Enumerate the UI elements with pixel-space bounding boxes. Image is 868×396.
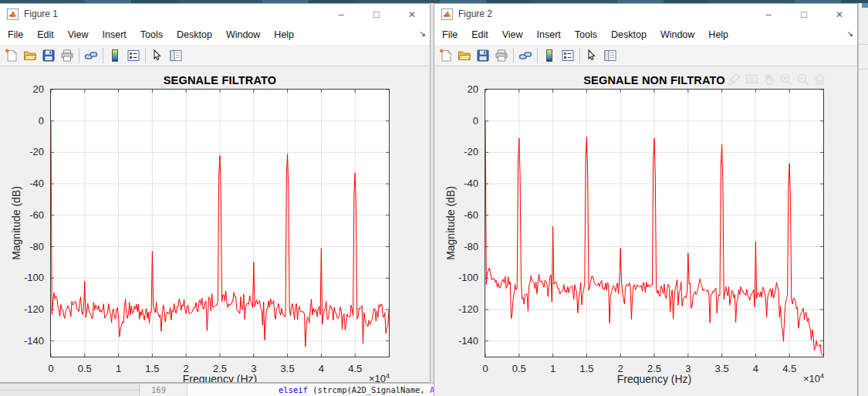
restore-view-icon[interactable]: [812, 72, 827, 86]
x-axis-scale: ×104: [485, 372, 824, 384]
new-figure-icon[interactable]: [437, 46, 455, 65]
print-figure-icon[interactable]: [58, 46, 76, 65]
divider: [859, 44, 868, 45]
menu-item-help[interactable]: Help: [267, 29, 301, 40]
menu-item-desktop[interactable]: Desktop: [170, 29, 219, 40]
menu-item-help[interactable]: Help: [701, 29, 735, 40]
y-tick-label: -120: [458, 303, 478, 315]
y-tick-label: 0: [473, 115, 478, 127]
menu-item-view[interactable]: View: [495, 29, 530, 40]
title-bar[interactable]: Figure 2 – □ ✕: [434, 4, 857, 25]
y-tick-label: 0: [39, 115, 44, 127]
datatips-icon[interactable]: [745, 72, 759, 86]
property-inspector-icon[interactable]: [167, 46, 185, 65]
editor-left-panel: [0, 383, 139, 396]
menu-item-edit[interactable]: Edit: [464, 29, 495, 40]
menu-item-tools[interactable]: Tools: [133, 29, 170, 40]
menu-item-window[interactable]: Window: [219, 29, 267, 40]
insert-colorbar-icon[interactable]: [106, 46, 124, 65]
print-figure-icon[interactable]: [492, 46, 511, 65]
background-window-fragment: [862, 3, 868, 8]
property-inspector-icon[interactable]: [601, 46, 620, 65]
menu-item-desktop[interactable]: Desktop: [604, 29, 654, 40]
editor-strip: 169 elseif (strcmp(A2D_SignalName, ADC: [0, 383, 434, 396]
menu-bar: FileEditViewInsertToolsDesktopWindowHelp…: [434, 25, 857, 45]
pan-icon[interactable]: [762, 72, 776, 86]
y-tick-label: -140: [458, 335, 478, 347]
x-axis-scale: ×104: [50, 372, 390, 383]
plot-area: 00.511.522.533.544.5200-20-40-60-80-100-…: [485, 89, 824, 357]
editor-code-area[interactable]: elseif (strcmp(A2D_SignalName, ADC: [187, 383, 434, 396]
close-button[interactable]: ✕: [394, 4, 430, 25]
axes-toolbar: [728, 72, 827, 86]
title-bar[interactable]: Figure 1 – □ ✕: [0, 4, 430, 25]
window-title: Figure 2: [458, 8, 492, 19]
plot-area: 00.511.522.533.544.5200-20-40-60-80-100-…: [50, 89, 390, 357]
close-button[interactable]: ✕: [822, 4, 857, 25]
menu-items: FileEditViewInsertToolsDesktopWindowHelp: [0, 25, 430, 45]
insert-colorbar-icon[interactable]: [540, 46, 559, 65]
desktop: 169 elseif (strcmp(A2D_SignalName, ADC F…: [0, 0, 868, 396]
brush-icon[interactable]: [728, 72, 742, 86]
code-keyword: elseif: [279, 385, 308, 394]
menu-item-insert[interactable]: Insert: [96, 29, 133, 40]
dock-arrow-icon[interactable]: ↘: [847, 29, 853, 38]
matlab-icon: [441, 8, 453, 20]
y-tick-label: 20: [33, 83, 44, 95]
window-controls: – □ ✕: [751, 4, 857, 25]
menu-item-file[interactable]: File: [1, 29, 30, 40]
maximize-button[interactable]: □: [786, 4, 822, 25]
toolbar-separator: [513, 48, 514, 63]
menu-item-edit[interactable]: Edit: [30, 29, 61, 40]
code-text: (strcmp(A2D_SignalName,: [308, 385, 430, 394]
matlab-icon: [7, 8, 19, 20]
y-tick-label: -120: [24, 303, 44, 315]
menu-item-file[interactable]: File: [435, 29, 464, 40]
menu-items: FileEditViewInsertToolsDesktopWindowHelp: [434, 25, 857, 45]
open-file-icon[interactable]: [455, 46, 474, 65]
y-tick-label: -80: [29, 241, 44, 252]
figure-toolbar: [434, 45, 857, 66]
link-plot-icon[interactable]: [516, 46, 535, 65]
toolbar-separator: [79, 48, 79, 63]
zoom-in-icon[interactable]: [778, 72, 793, 86]
minimize-button[interactable]: –: [751, 4, 786, 25]
menu-item-tools[interactable]: Tools: [568, 29, 604, 40]
zoom-out-icon[interactable]: [795, 72, 810, 86]
y-axis-label: Magnitude (dB): [444, 90, 457, 357]
background-window-edge: [858, 3, 868, 396]
y-tick-label: -60: [464, 209, 478, 221]
y-axis-label: Magnitude (dB): [10, 90, 22, 357]
link-plot-icon[interactable]: [82, 46, 100, 65]
insert-legend-icon[interactable]: [124, 46, 143, 65]
toolbar-separator: [579, 48, 580, 63]
dock-arrow-icon[interactable]: ↘: [420, 29, 426, 38]
figure-1-window: Figure 1 – □ ✕ FileEditViewInsertToolsDe…: [0, 3, 431, 383]
maximize-button[interactable]: □: [359, 4, 394, 25]
edit-plot-icon[interactable]: [583, 46, 601, 65]
figure-toolbar: [0, 45, 430, 66]
new-figure-icon[interactable]: [2, 46, 21, 65]
toolbar-separator: [145, 48, 146, 63]
edit-plot-icon[interactable]: [148, 46, 167, 65]
minimize-button[interactable]: –: [323, 4, 359, 25]
y-tick-label: -80: [464, 241, 478, 252]
editor-code-line: elseif (strcmp(A2D_SignalName, ADC: [279, 384, 434, 396]
save-figure-icon[interactable]: [39, 46, 58, 65]
window-controls: – □ ✕: [323, 4, 430, 25]
spectrum-plot: [485, 90, 823, 357]
menu-item-view[interactable]: View: [61, 29, 96, 40]
y-tick-label: -20: [29, 146, 44, 157]
save-figure-icon[interactable]: [474, 46, 492, 65]
editor-line-number: 169: [139, 383, 187, 396]
y-tick-label: -100: [24, 272, 44, 283]
open-file-icon[interactable]: [21, 46, 39, 65]
y-tick-label: -20: [464, 146, 478, 157]
spectrum-plot: [51, 90, 389, 357]
y-tick-label: -40: [464, 178, 478, 189]
menu-item-insert[interactable]: Insert: [530, 29, 568, 40]
insert-legend-icon[interactable]: [559, 46, 577, 65]
toolbar-separator: [537, 48, 538, 63]
menu-item-window[interactable]: Window: [654, 29, 701, 40]
y-tick-label: -40: [29, 178, 44, 189]
